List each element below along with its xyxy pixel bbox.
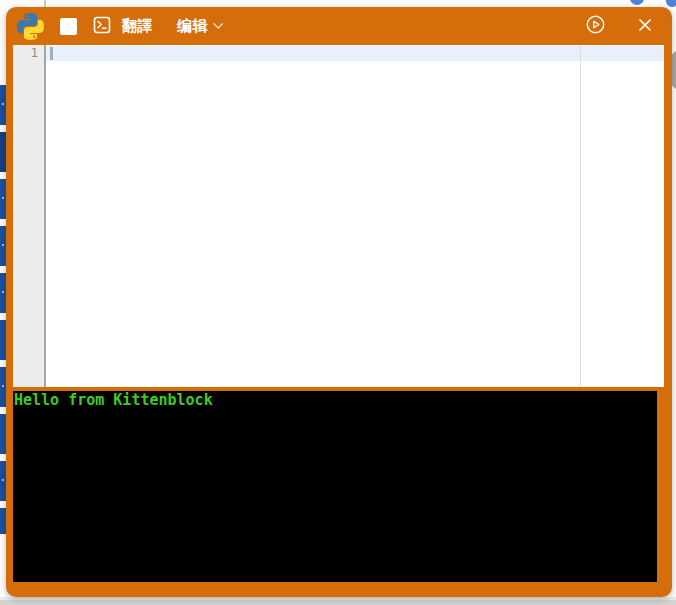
chevron-down-icon xyxy=(213,19,223,29)
screen: 翻譯 编辑 xyxy=(0,0,676,605)
background-tab-icon xyxy=(630,0,644,5)
titlebar: 翻譯 编辑 xyxy=(6,7,672,45)
close-icon xyxy=(638,18,652,35)
active-line-highlight xyxy=(46,46,664,61)
console-text: Hello from Kittenblock xyxy=(14,393,657,408)
line-number: 1 xyxy=(13,46,38,61)
background-app-divider xyxy=(44,0,46,7)
line-number-gutter: 1 xyxy=(13,45,46,387)
code-editor[interactable]: 1 xyxy=(13,45,664,387)
translate-label: 翻譯 xyxy=(122,17,153,36)
terminal-button[interactable] xyxy=(93,16,111,37)
background-bottom-strip xyxy=(0,597,676,605)
edit-menu-button[interactable]: 编辑 xyxy=(177,17,221,36)
python-editor-window: 翻譯 编辑 xyxy=(6,7,672,597)
close-button[interactable] xyxy=(638,18,652,35)
terminal-icon xyxy=(93,16,111,37)
console-output[interactable]: Hello from Kittenblock xyxy=(13,391,657,582)
text-cursor xyxy=(50,47,53,60)
stop-button[interactable] xyxy=(60,18,77,35)
edit-label: 编辑 xyxy=(177,17,208,36)
translate-button[interactable]: 翻譯 xyxy=(122,17,153,36)
print-margin-ruler xyxy=(580,45,581,387)
background-tab-icon xyxy=(666,0,676,7)
play-circle-icon xyxy=(585,14,606,38)
run-button[interactable] xyxy=(585,14,606,38)
python-logo-icon xyxy=(17,13,44,40)
code-area[interactable] xyxy=(46,45,664,387)
